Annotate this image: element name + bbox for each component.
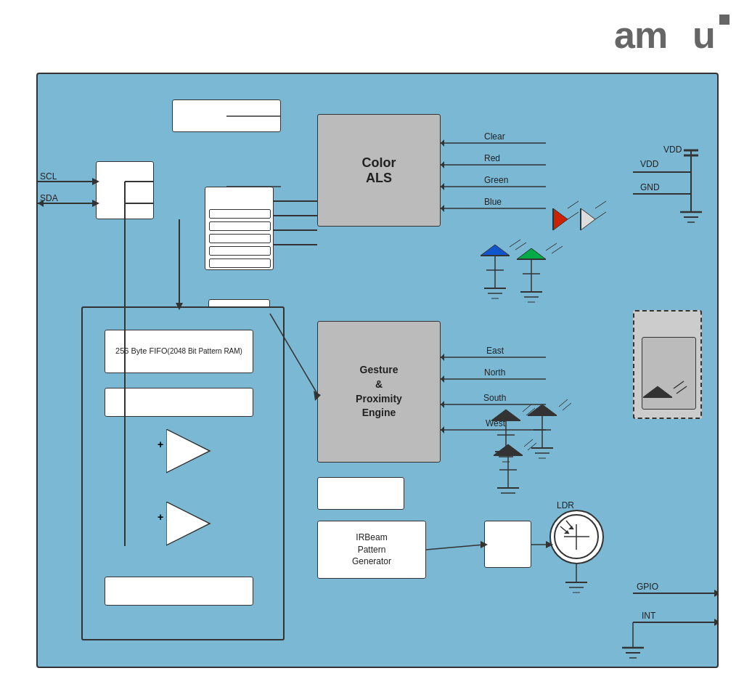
clear-comparator: + <box>94 498 261 556</box>
svg-rect-2 <box>719 15 729 25</box>
digital-core-box: 256 Byte FIFO(2048 Bit Pattern RAM) + <box>81 306 285 640</box>
ir-box <box>642 337 696 410</box>
svg-line-90 <box>528 443 536 450</box>
svg-marker-68 <box>441 401 444 408</box>
svg-text:West: West <box>486 418 506 428</box>
svg-marker-79 <box>528 404 557 415</box>
svg-marker-40 <box>481 245 510 256</box>
fifo-box: 256 Byte FIFO(2048 Bit Pattern RAM) <box>105 330 253 373</box>
svg-marker-57 <box>581 208 595 230</box>
svg-text:Blue: Blue <box>484 197 502 207</box>
svg-line-89 <box>524 439 533 447</box>
svg-line-50 <box>546 243 557 251</box>
svg-text:SCL: SCL <box>40 171 57 182</box>
svg-text:Green: Green <box>484 175 508 185</box>
adcs-box <box>205 187 274 270</box>
svg-marker-4 <box>166 502 210 545</box>
svg-line-45 <box>515 243 526 250</box>
photodetector <box>549 510 604 564</box>
prox-comparator: + <box>94 426 261 484</box>
oscillator-box <box>172 99 281 132</box>
svg-text:VDD: VDD <box>640 159 659 169</box>
svg-text:Clear: Clear <box>484 131 505 142</box>
main-diagram: Color ALS Gesture&ProximityEngine 256 By… <box>36 73 719 668</box>
svg-marker-46 <box>517 248 546 259</box>
svg-marker-62 <box>441 354 444 361</box>
svg-text:LDR: LDR <box>557 500 574 510</box>
color-als-box: Color ALS <box>317 114 441 227</box>
svg-line-60 <box>595 212 606 219</box>
svg-marker-85 <box>494 444 523 455</box>
svg-marker-71 <box>441 426 444 434</box>
svg-text:GND: GND <box>640 182 660 192</box>
svg-text:am: am <box>614 14 667 56</box>
pwm-box <box>317 477 404 510</box>
svg-marker-29 <box>441 139 444 147</box>
page: am u Color ALS <box>0 0 752 700</box>
svg-marker-53 <box>553 208 568 230</box>
registers-box <box>105 388 253 417</box>
svg-line-84 <box>563 403 571 410</box>
svg-text:VDD: VDD <box>663 145 682 155</box>
svg-marker-65 <box>441 375 444 383</box>
irbeam-box: IRBeamPatternGenerator <box>317 521 426 579</box>
svg-text:North: North <box>484 367 505 378</box>
svg-marker-3 <box>166 429 210 473</box>
svg-line-59 <box>595 201 606 208</box>
svg-text:Red: Red <box>484 153 500 163</box>
svg-marker-35 <box>441 183 444 190</box>
svg-text:u: u <box>692 14 715 56</box>
mux-box <box>484 521 531 568</box>
svg-line-44 <box>510 240 520 247</box>
svg-line-56 <box>568 212 579 219</box>
svg-marker-73 <box>491 410 520 420</box>
svg-marker-38 <box>441 205 444 212</box>
svg-line-83 <box>559 399 568 407</box>
svg-text:INT: INT <box>642 611 656 621</box>
svg-text:East: East <box>486 346 504 356</box>
svg-line-97 <box>426 545 484 550</box>
amu-logo: am u <box>614 13 730 63</box>
int-flags-box <box>105 577 253 606</box>
svg-marker-32 <box>441 161 444 168</box>
svg-text:SDA: SDA <box>40 193 58 203</box>
svg-text:GPIO: GPIO <box>637 582 658 592</box>
gesture-engine-box: Gesture&ProximityEngine <box>317 321 441 463</box>
svg-marker-114 <box>714 590 717 597</box>
led-a-box <box>633 310 702 419</box>
svg-line-77 <box>523 404 531 412</box>
svg-line-55 <box>568 201 579 208</box>
svg-line-51 <box>552 246 563 253</box>
i2c-box <box>96 161 154 219</box>
svg-marker-117 <box>714 619 717 626</box>
svg-line-78 <box>526 408 535 415</box>
svg-marker-15 <box>38 200 44 207</box>
svg-text:South: South <box>483 393 506 403</box>
